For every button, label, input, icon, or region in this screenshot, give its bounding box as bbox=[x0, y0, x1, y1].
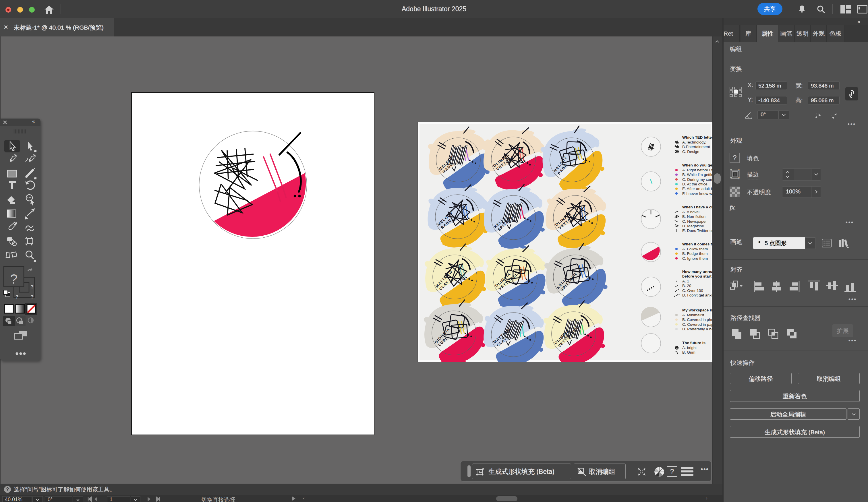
svg-text:A.Technology,: A.Technology, bbox=[682, 140, 706, 144]
svg-text:?: ? bbox=[738, 177, 740, 180]
svg-text:F. I never know when: F. I never know when bbox=[682, 191, 713, 196]
svg-text:D. Magazine: D. Magazine bbox=[682, 224, 704, 228]
svg-text:?: ? bbox=[10, 272, 18, 286]
svg-text:E. After an adult beve: E. After an adult beve bbox=[682, 187, 713, 191]
svg-text:My workspace is:: My workspace is: bbox=[682, 308, 713, 312]
svg-text:?: ? bbox=[31, 294, 34, 300]
svg-text:C. During my commut: C. During my commut bbox=[682, 177, 713, 182]
svg-text:A. Follow them: A. Follow them bbox=[682, 247, 708, 251]
svg-text:D. Preferably a hamm: D. Preferably a hamm bbox=[682, 327, 713, 331]
svg-text:D. I don't get anxious: D. I don't get anxious bbox=[682, 293, 713, 297]
svg-text:How many unread e: How many unread e bbox=[682, 270, 713, 274]
svg-text:A. A novel: A. A novel bbox=[682, 210, 700, 214]
svg-text:B. Covered in photos: B. Covered in photos bbox=[682, 317, 713, 322]
svg-text:A. bright: A. bright bbox=[682, 346, 697, 350]
svg-text:E. Does Twitter count: E. Does Twitter count bbox=[682, 229, 713, 233]
svg-text:B. Non-fiction: B. Non-fiction bbox=[682, 215, 705, 219]
svg-text:A. Minimalist: A. Minimalist bbox=[682, 313, 704, 317]
svg-text:Which TED letter are: Which TED letter are bbox=[682, 135, 713, 139]
svg-text:When I have a chan: When I have a chan bbox=[682, 205, 713, 209]
svg-text:?: ? bbox=[738, 169, 740, 172]
svg-text:C. Covered in papers: C. Covered in papers bbox=[682, 322, 713, 327]
svg-text:A. 1: A. 1 bbox=[682, 279, 689, 283]
svg-text:The future is: The future is bbox=[682, 341, 705, 345]
svg-text:B. 20: B. 20 bbox=[682, 284, 691, 288]
svg-text:?: ? bbox=[16, 294, 18, 300]
svg-text:B. Fudge them: B. Fudge them bbox=[682, 251, 708, 256]
svg-text:B.Entertainment: B.Entertainment bbox=[682, 145, 710, 149]
svg-text:C. Newspaper: C. Newspaper bbox=[682, 219, 707, 223]
svg-text:When do you get yo: When do you get yo bbox=[682, 163, 713, 167]
svg-text:D. At the office: D. At the office bbox=[682, 182, 707, 186]
svg-text:B. Grim: B. Grim bbox=[682, 350, 695, 355]
svg-text:C. Over 100: C. Over 100 bbox=[682, 289, 703, 293]
svg-text:C. Ignore them: C. Ignore them bbox=[682, 256, 708, 261]
svg-text:When it comes to th: When it comes to th bbox=[682, 242, 713, 246]
svg-text:before you start to f: before you start to f bbox=[682, 274, 713, 279]
svg-text:B. While I'm getting re: B. While I'm getting re bbox=[682, 172, 713, 177]
svg-text::: : bbox=[751, 116, 752, 119]
svg-text:?: ? bbox=[31, 284, 34, 290]
svg-text:?: ? bbox=[730, 177, 732, 180]
svg-text:A. Right before I fall a: A. Right before I fall a bbox=[682, 168, 713, 172]
svg-text:C. Design: C. Design bbox=[682, 149, 699, 154]
svg-text:?: ? bbox=[730, 169, 732, 172]
